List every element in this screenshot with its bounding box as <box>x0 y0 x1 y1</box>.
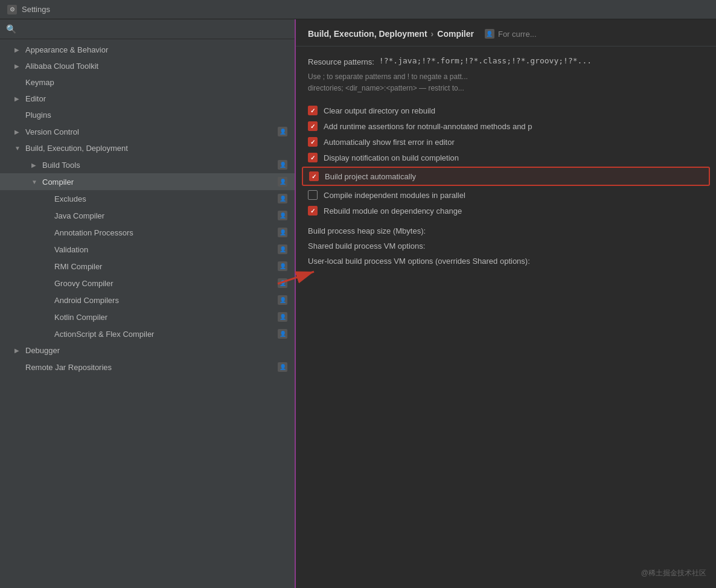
resource-patterns-row: Resource patterns: !?*.java;!?*.form;!?*… <box>308 56 704 66</box>
user-scope-icon: 👤 <box>278 278 287 288</box>
main-layout: 🔍 ▶Appearance & Behavior▶Alibaba Cloud T… <box>0 19 716 588</box>
sidebar-item-excludes[interactable]: Excludes👤 <box>0 190 295 207</box>
user-scope-icon: 👤 <box>278 362 287 372</box>
option-label-build-automatically: Build project automatically <box>325 172 416 181</box>
sidebar-item-label: Validation <box>54 245 278 254</box>
user-scope-icon: 👤 <box>278 312 287 322</box>
sidebar-item-version-control[interactable]: ▶Version Control👤 <box>0 123 295 140</box>
sidebar-item-build-execution[interactable]: ▼Build, Execution, Deployment <box>0 140 295 156</box>
content-area: Build, Execution, Deployment › Compiler … <box>296 19 716 588</box>
sidebar-item-java-compiler[interactable]: Java Compiler👤 <box>0 207 295 224</box>
sidebar-item-build-tools[interactable]: ▶Build Tools👤 <box>0 156 295 173</box>
sidebar-item-label: Java Compiler <box>54 211 278 220</box>
user-scope-icon: 👤 <box>278 160 287 170</box>
sidebar-item-label: Kotlin Compiler <box>54 313 278 322</box>
sidebar-item-rmi-compiler[interactable]: RMI Compiler👤 <box>0 258 295 275</box>
sidebar-item-label: Remote Jar Repositories <box>25 363 278 372</box>
resource-patterns-value: !?*.java;!?*.form;!?*.class;!?*.groovy;!… <box>379 56 592 65</box>
sidebar-arrow-icon: ▶ <box>31 162 40 168</box>
sidebar-item-keymap[interactable]: Keymap <box>0 74 295 91</box>
field-row-shared-vm: Shared build process VM options: <box>308 238 704 254</box>
user-scope-icon: 👤 <box>278 295 287 305</box>
breadcrumb-separator: › <box>431 29 434 39</box>
checkbox-build-automatically[interactable] <box>309 171 319 181</box>
hint-line2: directories; <dir_name>:<pattern> — rest… <box>308 83 704 94</box>
checkbox-auto-show-error[interactable] <box>308 137 318 147</box>
sidebar-arrow-icon: ▼ <box>14 145 23 152</box>
sidebar-arrow-icon: ▶ <box>14 129 23 135</box>
sidebar-item-label: Keymap <box>25 78 287 87</box>
checkbox-add-runtime[interactable] <box>308 121 318 131</box>
option-label-auto-show-error: Automatically show first error in editor <box>324 138 455 147</box>
sidebar-item-annotation-processors[interactable]: Annotation Processors👤 <box>0 224 295 241</box>
checkbox-rebuild-module[interactable] <box>308 206 318 216</box>
sidebar-item-label: Annotation Processors <box>54 228 278 237</box>
breadcrumb-parent: Build, Execution, Deployment <box>308 29 427 39</box>
breadcrumb-current: Compiler <box>437 29 474 39</box>
user-scope-icon: 👤 <box>278 329 287 339</box>
sidebar-arrow-icon: ▶ <box>14 63 23 69</box>
sidebar-item-debugger[interactable]: ▶Debugger <box>0 342 295 359</box>
option-row-auto-show-error: Automatically show first error in editor <box>308 134 704 150</box>
user-scope-icon: 👤 <box>278 244 287 254</box>
sidebar-item-label: Groovy Compiler <box>54 279 278 288</box>
sidebar-item-label: Excludes <box>54 194 278 203</box>
sidebar-item-label: Plugins <box>25 110 287 120</box>
sidebar-item-label: Compiler <box>42 177 278 187</box>
checkbox-compile-parallel[interactable] <box>308 190 318 200</box>
watermark: @稀土掘金技术社区 <box>641 568 706 578</box>
option-label-add-runtime: Add runtime assertions for notnull-annot… <box>324 122 532 131</box>
user-scope-icon: 👤 <box>278 228 287 237</box>
sidebar-item-editor[interactable]: ▶Editor <box>0 91 295 107</box>
sidebar-item-label: Appearance & Behavior <box>25 45 287 54</box>
field-label-heap-size: Build process heap size (Mbytes): <box>308 226 426 235</box>
user-scope-icon: 👤 <box>278 177 287 187</box>
option-label-display-notification: Display notification on build completion <box>324 153 459 162</box>
search-bar[interactable]: 🔍 <box>0 19 295 39</box>
sidebar-item-validation[interactable]: Validation👤 <box>0 241 295 258</box>
sidebar-arrow-icon: ▶ <box>14 46 23 53</box>
field-label-shared-vm: Shared build process VM options: <box>308 241 425 251</box>
search-icon: 🔍 <box>6 24 16 34</box>
sidebar: 🔍 ▶Appearance & Behavior▶Alibaba Cloud T… <box>0 19 296 588</box>
option-label-clear-output: Clear output directory on rebuild <box>324 106 435 115</box>
field-row-user-local-vm: User-local build process VM options (ove… <box>308 254 704 269</box>
window-title: Settings <box>22 5 50 14</box>
breadcrumb: Build, Execution, Deployment › Compiler … <box>308 29 494 39</box>
option-row-clear-output: Clear output directory on rebuild <box>308 103 704 118</box>
sidebar-item-label: Debugger <box>25 346 287 355</box>
sidebar-item-appearance[interactable]: ▶Appearance & Behavior <box>0 42 295 58</box>
sidebar-item-label: Android Compilers <box>54 296 278 305</box>
hint-text: Use ; to separate patterns and ! to nega… <box>308 71 704 94</box>
sidebar-items-list: ▶Appearance & Behavior▶Alibaba Cloud Too… <box>0 39 295 588</box>
sidebar-item-remote-jar[interactable]: Remote Jar Repositories👤 <box>0 359 295 375</box>
sidebar-item-kotlin-compiler[interactable]: Kotlin Compiler👤 <box>0 308 295 325</box>
checkbox-display-notification[interactable] <box>308 153 318 162</box>
option-row-display-notification: Display notification on build completion <box>308 150 704 165</box>
option-label-compile-parallel: Compile independent modules in parallel <box>324 191 465 200</box>
sidebar-item-label: ActionScript & Flex Compiler <box>54 330 278 339</box>
sidebar-item-compiler[interactable]: ▼Compiler👤 <box>0 173 295 190</box>
option-row-build-automatically: Build project automatically <box>302 167 710 186</box>
sidebar-item-plugins[interactable]: Plugins <box>0 107 295 123</box>
options-container: Clear output directory on rebuildAdd run… <box>308 103 704 219</box>
resource-patterns-label: Resource patterns: <box>308 57 374 66</box>
fields-container: Build process heap size (Mbytes):Shared … <box>308 223 704 269</box>
sidebar-item-alibaba[interactable]: ▶Alibaba Cloud Toolkit <box>0 58 295 74</box>
content-body: Resource patterns: !?*.java;!?*.form;!?*… <box>296 46 716 278</box>
content-header: Build, Execution, Deployment › Compiler … <box>296 19 716 46</box>
field-label-user-local-vm: User-local build process VM options (ove… <box>308 257 530 266</box>
option-label-rebuild-module: Rebuild module on dependency change <box>324 206 462 216</box>
sidebar-item-actionscript-compiler[interactable]: ActionScript & Flex Compiler👤 <box>0 325 295 342</box>
sidebar-item-android-compilers[interactable]: Android Compilers👤 <box>0 292 295 308</box>
search-input[interactable] <box>20 25 289 34</box>
user-scope-icon: 👤 <box>278 261 287 271</box>
sidebar-item-groovy-compiler[interactable]: Groovy Compiler👤 <box>0 275 295 292</box>
settings-icon: ⚙ <box>7 5 17 14</box>
field-row-heap-size: Build process heap size (Mbytes): <box>308 223 704 238</box>
checkbox-clear-output[interactable] <box>308 106 318 115</box>
option-row-compile-parallel: Compile independent modules in parallel <box>308 187 704 203</box>
user-scope-icon: 👤 <box>278 194 287 203</box>
for-current-text: For curre... <box>498 30 537 39</box>
sidebar-item-label: Editor <box>25 94 287 103</box>
